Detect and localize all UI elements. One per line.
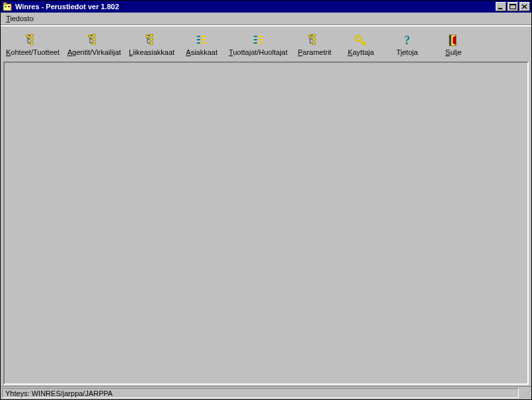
toolbar-sulje-button[interactable]: Sulje: [430, 28, 476, 60]
toolbar-agentit-label: Agentit/Virkailijat: [67, 48, 121, 56]
tree-icon: [308, 34, 321, 47]
toolbar-tietoja-label: Tietoja: [397, 48, 418, 56]
svg-rect-16: [93, 34, 95, 36]
svg-rect-24: [150, 42, 153, 44]
svg-rect-3: [8, 6, 10, 7]
maximize-button[interactable]: [508, 2, 518, 11]
svg-rect-2: [5, 6, 7, 7]
svg-line-58: [529, 397, 530, 398]
toolbar-asiakkaat-label: Asiakkaat: [186, 48, 217, 56]
toolbar-liike-button[interactable]: Liikeasiakkaat: [125, 28, 178, 60]
toolbar-agentit-button[interactable]: Agentit/Virkailijat: [63, 28, 125, 60]
svg-rect-37: [254, 42, 257, 44]
toolbar-kohteet-label: Kohteet/Tuotteet: [6, 48, 59, 56]
toolbar-liike-label: Liikeasiakkaat: [129, 48, 174, 56]
svg-rect-29: [197, 39, 200, 40]
svg-rect-41: [313, 38, 315, 40]
exit-icon: [447, 34, 460, 47]
svg-rect-42: [313, 42, 315, 44]
svg-line-48: [365, 44, 366, 45]
client-area: [3, 61, 529, 385]
menu-file[interactable]: Tiedosto: [2, 14, 38, 23]
tree-icon: [145, 34, 159, 47]
status-text: Yhteys: WINRES/jarppa/JARPPA: [2, 388, 519, 398]
svg-text:?: ?: [404, 34, 410, 47]
svg-rect-6: [510, 4, 516, 5]
svg-rect-12: [30, 42, 33, 44]
svg-rect-17: [93, 38, 95, 40]
toolbar-kayttaja-button[interactable]: Kayttaja: [338, 28, 384, 60]
toolbar: Kohteet/TuotteetAgentit/VirkailijatLiike…: [1, 26, 531, 60]
toolbar-tietoja-button[interactable]: ?Tietoja: [384, 28, 430, 60]
key-icon: [354, 34, 367, 47]
toolbar-tuottajat-label: Tuottajat/Huoltajat: [229, 48, 287, 56]
menubar: Tiedosto: [1, 13, 531, 24]
svg-rect-11: [30, 38, 33, 40]
svg-line-47: [363, 42, 365, 44]
tree-icon: [26, 34, 39, 47]
minimize-button[interactable]: [496, 2, 506, 11]
svg-rect-18: [93, 42, 95, 44]
svg-rect-32: [202, 42, 206, 44]
svg-rect-0: [3, 4, 11, 11]
svg-rect-40: [313, 34, 315, 36]
svg-marker-52: [453, 36, 456, 45]
toolbar-parametrit-button[interactable]: Parametrit: [291, 28, 338, 60]
list-icon: [252, 34, 265, 47]
svg-rect-35: [254, 39, 257, 40]
toolbar-tuottajat-button[interactable]: Tuottajat/Huoltajat: [225, 28, 291, 60]
resize-grip[interactable]: [520, 388, 531, 399]
svg-point-45: [356, 36, 361, 41]
tree-icon: [88, 34, 101, 47]
svg-rect-23: [150, 38, 153, 40]
toolbar-sulje-label: Sulje: [445, 48, 461, 56]
svg-rect-38: [258, 42, 263, 44]
svg-rect-33: [254, 36, 257, 37]
list-icon: [195, 34, 208, 47]
close-button[interactable]: [519, 2, 530, 11]
svg-rect-10: [30, 34, 33, 36]
svg-rect-27: [197, 36, 200, 37]
titlebar: Winres - Perustiedot ver 1.802: [1, 1, 531, 13]
svg-rect-4: [498, 8, 502, 9]
svg-rect-34: [258, 36, 263, 37]
svg-rect-22: [150, 34, 153, 36]
toolbar-kayttaja-label: Kayttaja: [348, 48, 374, 56]
svg-rect-51: [449, 35, 451, 46]
svg-rect-28: [202, 36, 206, 37]
app-icon: [2, 1, 13, 12]
svg-rect-1: [3, 3, 7, 4]
window-controls: [494, 2, 530, 11]
help-icon: ?: [400, 34, 414, 47]
window-title: Winres - Perustiedot ver 1.802: [15, 3, 494, 11]
window: Winres - Perustiedot ver 1.802 Tiedosto …: [0, 0, 532, 400]
workspace: [5, 63, 527, 383]
toolbar-kohteet-button[interactable]: Kohteet/Tuotteet: [2, 28, 63, 60]
toolbar-asiakkaat-button[interactable]: Asiakkaat: [178, 28, 225, 60]
toolbar-parametrit-label: Parametrit: [298, 48, 332, 56]
svg-rect-36: [258, 39, 263, 40]
svg-rect-31: [197, 42, 200, 44]
statusbar: Yhteys: WINRES/jarppa/JARPPA: [1, 386, 531, 399]
svg-rect-30: [202, 39, 206, 40]
